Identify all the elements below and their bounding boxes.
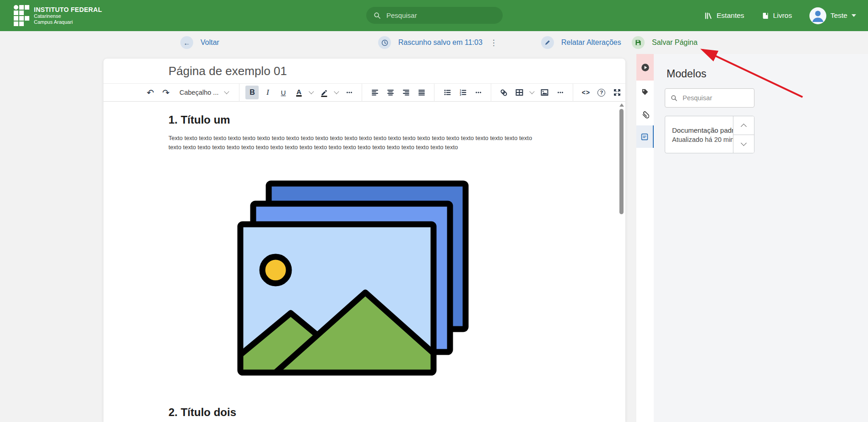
toolbar-separator: [434, 84, 434, 102]
insert-below-button[interactable]: [733, 135, 754, 153]
undo-icon: ↶: [147, 88, 154, 97]
app-header: INSTITUTO FEDERAL Catarinense Campus Ara…: [0, 0, 868, 31]
bullet-list-button[interactable]: [440, 86, 454, 99]
templates-search[interactable]: [665, 88, 754, 108]
sidebar-tab-strip: [636, 54, 654, 422]
heading-select[interactable]: Cabeçalho ...: [175, 86, 233, 99]
chevron-down-icon: [530, 89, 535, 94]
help-button[interactable]: ?: [595, 86, 608, 99]
more-dots-icon: [345, 88, 353, 97]
search-icon: [671, 95, 678, 102]
logo-title: INSTITUTO FEDERAL: [34, 6, 102, 13]
tab-templates[interactable]: [636, 125, 654, 148]
logo-grid-icon: [14, 5, 29, 26]
report-changes-label: Relatar Alterações: [561, 38, 621, 47]
pencil-circle: [541, 36, 554, 49]
app-logo[interactable]: INSTITUTO FEDERAL Catarinense Campus Ara…: [14, 5, 102, 26]
caret-down-icon: [852, 14, 856, 17]
scrollbar-up-arrow-icon[interactable]: [619, 103, 624, 107]
report-changes-button[interactable]: Relatar Alterações: [541, 31, 621, 54]
insert-above-button[interactable]: [733, 116, 754, 135]
bookshelf-icon: [705, 12, 712, 20]
italic-button[interactable]: I: [261, 86, 274, 99]
help-icon: ?: [597, 89, 605, 97]
template-info: Documentação padrão Atualizado há 20 min…: [665, 116, 733, 153]
underline-button[interactable]: U: [277, 86, 290, 99]
align-justify-icon: [418, 88, 426, 97]
tab-attachments[interactable]: [636, 103, 654, 125]
numbered-list-button[interactable]: 123: [456, 86, 469, 99]
editor-scrollbar[interactable]: [619, 103, 624, 422]
align-justify-button[interactable]: [415, 86, 428, 99]
text-color-button[interactable]: A: [292, 86, 305, 99]
svg-text:3: 3: [460, 93, 461, 96]
template-list-item[interactable]: Documentação padrão Atualizado há 20 min…: [665, 116, 754, 153]
save-icon: [635, 39, 641, 46]
list-more-button[interactable]: [472, 86, 485, 99]
paperclip-icon: [641, 110, 649, 119]
templates-panel-title: Modelos: [667, 68, 868, 80]
page-title-input[interactable]: [168, 64, 561, 79]
table-menu-button[interactable]: [528, 86, 536, 99]
highlight-color-menu-button[interactable]: [333, 86, 340, 99]
back-button[interactable]: ← Voltar: [180, 31, 219, 54]
align-right-button[interactable]: [399, 86, 412, 99]
draft-status-label: Rascunho salvo em 11:03: [398, 38, 483, 47]
align-left-button[interactable]: [368, 86, 381, 99]
insert-image-button[interactable]: [538, 86, 551, 99]
clock-icon: [381, 39, 388, 46]
undo-button[interactable]: ↶: [144, 86, 157, 99]
insert-link-button[interactable]: [497, 86, 510, 99]
more-dots-icon: [474, 88, 483, 97]
insert-more-button[interactable]: [553, 86, 567, 99]
nav-books[interactable]: Livros: [762, 11, 792, 20]
code-icon: <>: [582, 89, 590, 96]
nav-shelves[interactable]: Estantes: [705, 11, 744, 20]
fullscreen-button[interactable]: [610, 86, 624, 99]
book-icon: [762, 12, 769, 20]
redo-icon: ↷: [163, 88, 170, 97]
nav-books-label: Livros: [773, 11, 792, 20]
tab-tags[interactable]: [636, 81, 654, 103]
redo-button[interactable]: ↷: [159, 86, 173, 99]
chevron-down-icon: [309, 89, 314, 94]
back-circle: ←: [180, 36, 193, 49]
scrollbar-thumb[interactable]: [619, 109, 624, 214]
user-menu[interactable]: Teste: [809, 7, 856, 24]
chevron-down-icon: [741, 140, 747, 146]
tab-pointer[interactable]: [636, 54, 654, 81]
clock-circle: [378, 36, 391, 49]
template-insert-buttons: [733, 116, 754, 153]
template-icon: [640, 133, 649, 141]
format-more-button[interactable]: [342, 86, 356, 99]
content-heading-two: 2. Título dois: [168, 406, 538, 419]
chevron-down-icon: [224, 89, 229, 94]
editor-toolbar: ↶ ↷ Cabeçalho ... B I U A: [103, 84, 625, 102]
save-page-button[interactable]: Salvar Página: [632, 31, 698, 54]
highlight-color-button[interactable]: [317, 86, 331, 99]
draft-options-kebab-icon[interactable]: ⋮: [488, 38, 499, 48]
text-color-menu-button[interactable]: [308, 86, 315, 99]
save-circle: [632, 36, 645, 49]
global-search[interactable]: [366, 7, 503, 24]
templates-search-input[interactable]: [682, 94, 749, 102]
back-arrow-icon: ←: [184, 39, 190, 46]
tag-icon: [641, 88, 649, 96]
bold-button[interactable]: B: [245, 86, 259, 99]
search-input[interactable]: [385, 11, 495, 20]
avatar: [809, 7, 826, 24]
align-left-icon: [371, 88, 379, 97]
align-center-icon: [386, 88, 395, 97]
logo-subtitle-2: Campus Araquari: [34, 19, 102, 25]
draft-status-group[interactable]: Rascunho salvo em 11:03 ⋮: [378, 31, 499, 54]
source-code-button[interactable]: <>: [579, 86, 592, 99]
search-icon: [374, 12, 381, 19]
numbered-list-icon: 123: [459, 88, 467, 97]
insert-table-button[interactable]: [513, 86, 526, 99]
template-updated: Atualizado há 20 minutos: [672, 136, 733, 143]
editor-content[interactable]: 1. Título um Texto texto texto texto tex…: [103, 102, 625, 419]
table-icon: [515, 88, 524, 97]
align-center-button[interactable]: [384, 86, 397, 99]
toolbar-separator: [239, 84, 239, 102]
content-image-stacked-photos[interactable]: [237, 180, 470, 377]
